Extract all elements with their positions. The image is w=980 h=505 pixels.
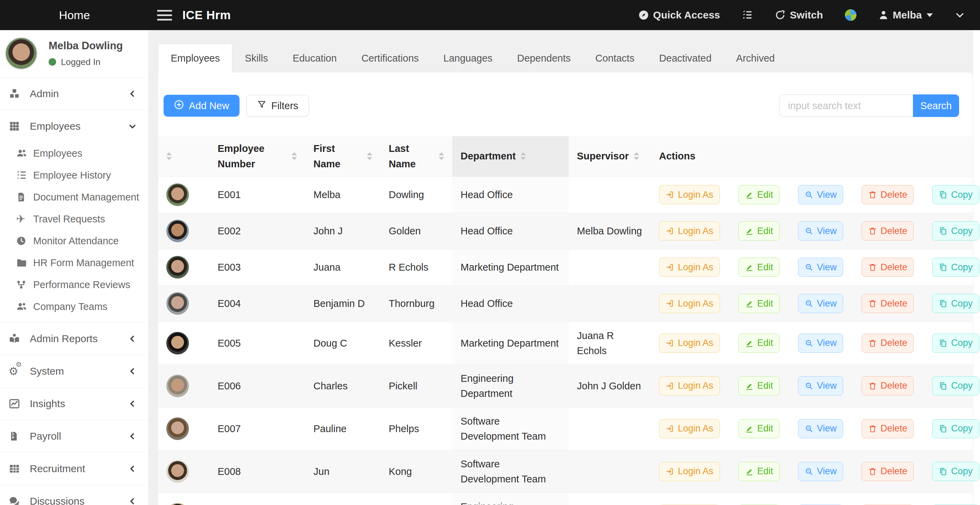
login-as-button[interactable]: Login As	[659, 257, 720, 277]
tab-education[interactable]: Education	[280, 44, 349, 73]
tab-skills[interactable]: Skills	[232, 44, 280, 73]
view-button[interactable]: View	[798, 462, 843, 481]
copy-button[interactable]: Copy	[932, 333, 979, 353]
delete-button[interactable]: Delete	[862, 419, 914, 438]
tab-employees[interactable]: Employees	[158, 44, 232, 73]
avatar	[166, 183, 189, 206]
sidebar-item-recruitment[interactable]: Recruitment	[0, 453, 148, 485]
column-avatar[interactable]	[158, 136, 209, 176]
table-row[interactable]: E008 Jun Kong Software Development Team …	[158, 450, 973, 493]
delete-button[interactable]: Delete	[862, 333, 914, 353]
edit-button[interactable]: Edit	[738, 185, 780, 204]
view-button[interactable]: View	[798, 185, 843, 204]
tab-languages[interactable]: Languages	[431, 44, 505, 73]
view-button[interactable]: View	[798, 294, 843, 313]
column-employee-number[interactable]: Employee Number	[209, 136, 305, 176]
sidebar-item-document-management[interactable]: Document Management	[0, 186, 148, 208]
sort-icon[interactable]	[367, 152, 372, 160]
search-input[interactable]	[780, 94, 913, 117]
copy-button[interactable]: Copy	[932, 294, 979, 313]
user-menu[interactable]: Melba	[878, 9, 933, 21]
delete-button[interactable]: Delete	[862, 462, 914, 481]
table-row[interactable]: E001 Melba Dowling Head Office Login As …	[158, 176, 973, 213]
view-button[interactable]: View	[798, 376, 843, 395]
login-as-button[interactable]: Login As	[659, 185, 720, 204]
sidebar-item-hr-form-management[interactable]: HR Form Management	[0, 252, 148, 274]
login-as-button[interactable]: Login As	[659, 333, 720, 353]
copy-button[interactable]: Copy	[932, 185, 979, 204]
sidebar-item-payroll[interactable]: Payroll	[0, 420, 148, 452]
column-supervisor[interactable]: Supervisor	[569, 136, 651, 176]
navbar-chevron-down-icon[interactable]	[955, 10, 965, 20]
quick-access-button[interactable]: Quick Access	[638, 9, 720, 21]
delete-button[interactable]: Delete	[862, 294, 914, 313]
table-row[interactable]: E009 Yimu Gao Engineering Department Jun…	[158, 493, 973, 505]
edit-button[interactable]: Edit	[738, 419, 780, 438]
login-as-button[interactable]: Login As	[659, 221, 720, 241]
tab-archived[interactable]: Archived	[724, 44, 787, 73]
delete-button[interactable]: Delete	[862, 221, 914, 241]
language-globe-icon[interactable]	[845, 9, 856, 21]
sidebar-item-travel-requests[interactable]: ✈ Travel Requests	[0, 208, 148, 230]
sort-icon[interactable]	[439, 152, 444, 160]
view-button[interactable]: View	[798, 221, 843, 241]
sort-icon[interactable]	[634, 152, 639, 160]
sidebar-item-monitor-attendance[interactable]: Monitor Attendance	[0, 230, 148, 252]
login-as-button[interactable]: Login As	[659, 376, 720, 395]
tab-certifications[interactable]: Certifications	[349, 44, 431, 73]
copy-button[interactable]: Copy	[932, 462, 979, 481]
sort-icon[interactable]	[291, 152, 297, 160]
hamburger-icon[interactable]	[157, 10, 172, 21]
delete-button[interactable]: Delete	[862, 376, 914, 395]
copy-button[interactable]: Copy	[932, 221, 979, 241]
login-as-button[interactable]: Login As	[659, 294, 720, 313]
tasks-icon[interactable]	[742, 10, 753, 21]
login-as-button[interactable]: Login As	[659, 462, 720, 481]
sidebar-item-admin-reports[interactable]: Admin Reports	[0, 322, 148, 355]
profile-avatar	[5, 37, 38, 70]
column-first-name[interactable]: First Name	[305, 136, 380, 176]
delete-button[interactable]: Delete	[862, 257, 914, 277]
view-button[interactable]: View	[798, 257, 843, 277]
home-link[interactable]: Home	[0, 8, 149, 22]
edit-button[interactable]: Edit	[738, 221, 780, 241]
edit-button[interactable]: Edit	[738, 462, 780, 481]
edit-button[interactable]: Edit	[738, 333, 780, 353]
login-as-button[interactable]: Login As	[659, 419, 720, 438]
search-button[interactable]: Search	[913, 94, 959, 117]
copy-button[interactable]: Copy	[932, 419, 979, 438]
edit-button[interactable]: Edit	[738, 257, 780, 277]
edit-button[interactable]: Edit	[738, 376, 780, 395]
sidebar-item-system[interactable]: ⚙⚙ System	[0, 355, 148, 387]
tab-dependents[interactable]: Dependents	[505, 44, 583, 73]
table-row[interactable]: E006 Charles Pickell Engineering Departm…	[158, 364, 973, 407]
tab-contacts[interactable]: Contacts	[583, 44, 647, 73]
table-row[interactable]: E005 Doug C Kessler Marketing Department…	[158, 322, 973, 364]
sidebar-item-employees-list[interactable]: Employees	[0, 142, 148, 164]
sidebar-item-discussions[interactable]: Discussions	[0, 485, 148, 505]
view-button[interactable]: View	[798, 333, 843, 353]
table-row[interactable]: E003 Juana R Echols Marketing Department…	[158, 249, 973, 285]
table-row[interactable]: E007 Pauline Phelps Software Development…	[158, 407, 973, 450]
sidebar-item-admin[interactable]: Admin	[0, 78, 148, 110]
copy-button[interactable]: Copy	[932, 376, 979, 395]
view-button[interactable]: View	[798, 419, 843, 438]
tab-deactivated[interactable]: Deactivated	[647, 44, 724, 73]
delete-button[interactable]: Delete	[862, 185, 914, 204]
sidebar-item-employees[interactable]: Employees	[0, 110, 148, 142]
add-new-button[interactable]: Add New	[164, 95, 240, 117]
sidebar-item-employee-history[interactable]: Employee History	[0, 164, 148, 186]
filters-button[interactable]: Filters	[247, 95, 309, 117]
sidebar-item-insights[interactable]: Insights	[0, 387, 148, 420]
copy-button[interactable]: Copy	[932, 257, 979, 277]
sidebar-item-company-teams[interactable]: Company Teams	[0, 295, 148, 318]
switch-button[interactable]: Switch	[775, 9, 823, 21]
column-last-name[interactable]: Last Name	[380, 136, 452, 176]
column-department[interactable]: Department	[452, 136, 569, 176]
table-row[interactable]: E004 Benjamin D Thornburg Head Office Lo…	[158, 285, 973, 322]
table-row[interactable]: E002 John J Golden Head Office Melba Dow…	[158, 213, 973, 249]
sort-icon[interactable]	[520, 152, 526, 160]
sort-icon[interactable]	[166, 152, 172, 160]
sidebar-item-performance-reviews[interactable]: Performance Reviews	[0, 274, 148, 295]
edit-button[interactable]: Edit	[738, 294, 780, 313]
